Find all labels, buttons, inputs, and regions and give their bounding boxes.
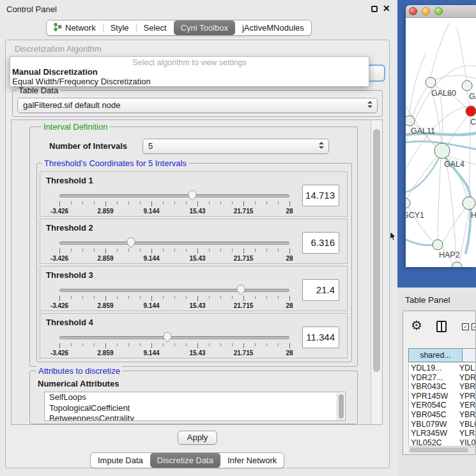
columns-icon[interactable] (436, 321, 447, 332)
threshold-2-slider[interactable]: -3.4262.8599.14415.4321.71528 (59, 238, 289, 263)
cell: YBR043C (409, 382, 459, 392)
tab-cyni-toolbox[interactable]: Cyni Toolbox (174, 20, 235, 35)
threshold-3-value[interactable]: 21.4 (302, 279, 339, 301)
table-row[interactable]: YER054CYER0 (409, 401, 476, 410)
list-scrollbar[interactable] (337, 393, 344, 420)
slider-ticks (59, 201, 289, 207)
threshold-1-value[interactable]: 14.713 (302, 185, 339, 206)
network-node[interactable] (463, 197, 475, 210)
network-node[interactable] (452, 262, 462, 267)
scrollbar-thumb[interactable] (373, 129, 380, 372)
slider-track[interactable] (59, 289, 289, 292)
option-manual-discretization[interactable]: Manual Discretization (10, 67, 369, 77)
network-window: GAL80GACGAL11GAL4GCY1HHAP2 (406, 5, 476, 267)
network-node[interactable] (406, 198, 410, 208)
cell: YPR145W (409, 392, 459, 401)
table-row[interactable]: YDL19...YDL1 (409, 364, 476, 373)
network-window-titlebar[interactable] (406, 5, 476, 18)
cyni-toolbox-panel: Discretization Algorithm Select algorith… (5, 40, 390, 468)
slider-tick-labels: -3.4262.8599.14415.4321.71528 (59, 302, 289, 310)
threshold-1-slider[interactable]: -3.4262.8599.14415.4321.71528 (59, 191, 289, 215)
threshold-3-slider[interactable]: -3.4262.8599.14415.4321.71528 (59, 286, 289, 310)
slider-track[interactable] (59, 194, 289, 197)
checkbox-icon[interactable]: ✓ (472, 323, 476, 330)
threshold-4-value[interactable]: 11.344 (302, 326, 339, 348)
apply-button[interactable]: Apply (178, 431, 217, 445)
table-row[interactable]: YLR345WYLR3 (409, 429, 476, 438)
tab-infer-network[interactable]: Infer Network (220, 453, 284, 468)
list-item[interactable]: BetweennessCentrality (45, 413, 345, 421)
network-node[interactable] (406, 116, 415, 126)
num-intervals-value: 5 (148, 141, 153, 151)
slider-tick-labels: -3.4262.8599.14415.4321.71528 (59, 208, 289, 215)
network-canvas[interactable]: GAL80GACGAL11GAL4GCY1HHAP2 (406, 18, 476, 267)
close-traffic-light-icon[interactable] (409, 7, 417, 15)
tab-discretize-data[interactable]: Discretize Data (150, 453, 220, 468)
list-item[interactable]: SelfLoops (45, 392, 345, 403)
threshold-label: Threshold 4 (46, 318, 93, 327)
horizontal-scrollbar[interactable] (408, 447, 476, 453)
slider-thumb[interactable] (163, 332, 172, 343)
table-row[interactable]: YBL079WYBL0 (409, 420, 476, 429)
zoom-traffic-light-icon[interactable] (434, 7, 443, 15)
network-node[interactable] (426, 77, 436, 88)
checkbox-icon[interactable]: ✓ (462, 323, 469, 330)
slider-tick-labels: -3.4262.8599.14415.4321.71528 (59, 349, 289, 357)
num-intervals-label: Number of Intervals (49, 141, 127, 151)
cell: YBL0 (459, 420, 476, 429)
table-row[interactable]: YIL052CYIL0 (409, 438, 476, 445)
panel-title: Control Panel (6, 4, 57, 14)
network-node[interactable] (434, 143, 450, 158)
tab-network[interactable]: Network (47, 20, 103, 35)
node-label: GAL11 (411, 127, 435, 135)
cell: YDR27... (409, 373, 459, 383)
table-row[interactable]: YDR27...YDR2 (409, 373, 476, 383)
spinner-arrows-icon (367, 101, 372, 108)
slider-ticks (59, 249, 289, 254)
float-window-icon[interactable] (371, 6, 378, 12)
table-panel-title: Table Panel (405, 295, 450, 305)
threshold-2-value[interactable]: 6.316 (302, 232, 339, 254)
panel-scrollbar[interactable] (371, 120, 382, 424)
tab-label: Style (111, 23, 129, 33)
close-icon[interactable]: ✕ (383, 3, 390, 13)
column-header-shared-name[interactable]: shared... (408, 348, 463, 362)
slider-thumb[interactable] (127, 237, 135, 249)
node-label: HAP2 (439, 250, 460, 259)
tab-style[interactable]: Style (104, 20, 136, 35)
tab-jactivemnodules[interactable]: jActiveMNodules (235, 20, 311, 35)
node-label: GAL4 (444, 160, 464, 169)
node-label: C (470, 118, 476, 127)
tab-select[interactable]: Select (137, 20, 174, 35)
network-icon (54, 22, 62, 33)
num-intervals-combobox[interactable]: 5 (142, 139, 329, 154)
cell: YDR2 (459, 373, 476, 383)
slider-track[interactable] (59, 242, 289, 245)
slider-track[interactable] (59, 336, 289, 339)
network-node[interactable] (433, 240, 443, 250)
option-equal-width-frequency[interactable]: Equal Width/Frequency Discretization (10, 77, 369, 86)
table-row[interactable]: YBR045CYBR0 (409, 410, 476, 420)
network-node[interactable] (466, 106, 476, 116)
list-item[interactable]: TopologicalCoefficient (45, 403, 345, 414)
threshold-4-panel: Threshold 4 -3.4262.8599.14415.4321.7152… (40, 313, 348, 358)
table-row[interactable]: YPR145WYPR1 (409, 392, 476, 401)
network-graph[interactable]: GAL80GACGAL11GAL4GCY1HHAP2 (406, 18, 476, 267)
cell: YLR3 (459, 429, 476, 438)
tab-impute-data[interactable]: Impute Data (91, 453, 150, 468)
table-data-combobox[interactable]: galFiltered.sif default node (17, 98, 378, 113)
minimize-traffic-light-icon[interactable] (422, 7, 430, 15)
slider-thumb[interactable] (188, 190, 197, 201)
cell: YDL1 (459, 364, 476, 373)
table-row[interactable]: YBR043CYBR0 (409, 382, 476, 392)
column-header-name[interactable]: na (463, 348, 476, 362)
discretization-algorithm-label: Discretization Algorithm (15, 44, 102, 54)
threshold-4-slider[interactable]: -3.4262.8599.14415.4321.71528 (59, 333, 289, 357)
gear-icon[interactable]: ⚙ (411, 319, 422, 332)
threshold-2-panel: Threshold 2 -3.4262.8599.14415.4321.7152… (40, 219, 348, 264)
slider-thumb[interactable] (236, 284, 245, 296)
numerical-attributes-list[interactable]: SelfLoops TopologicalCoefficient Between… (44, 392, 346, 421)
attributes-group-label: Attributes to discretize (36, 366, 122, 376)
scrollbar-thumb[interactable] (410, 448, 468, 452)
network-node[interactable] (462, 81, 472, 91)
